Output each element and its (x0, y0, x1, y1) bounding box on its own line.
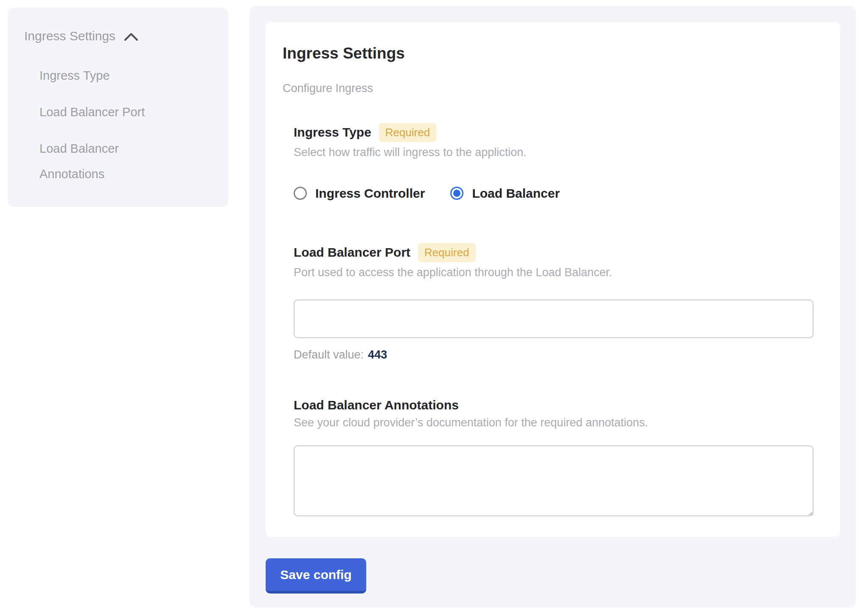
ingress-settings-panel: Ingress Settings Configure Ingress Ingre… (250, 6, 856, 608)
sidebar-item-list: Ingress Type Load Balancer Port Load Bal… (39, 63, 216, 187)
page-subtitle: Configure Ingress (283, 82, 814, 95)
load-balancer-annotations-description: See your cloud provider’s documentation … (294, 416, 814, 429)
default-value: 443 (368, 348, 387, 361)
required-badge: Required (418, 243, 476, 262)
load-balancer-port-input[interactable] (294, 300, 814, 338)
ingress-settings-card: Ingress Settings Configure Ingress Ingre… (266, 22, 840, 537)
settings-sidebar: Ingress Settings Ingress Type Load Balan… (8, 8, 228, 207)
load-balancer-port-description: Port used to access the application thro… (294, 266, 814, 279)
ingress-type-label: Ingress Type (294, 125, 371, 140)
sidebar-item-load-balancer-port[interactable]: Load Balancer Port (39, 99, 180, 125)
radio-label[interactable]: Load Balancer (472, 186, 560, 201)
section-load-balancer-port: Load Balancer Port Required Port used to… (294, 243, 814, 361)
ingress-form: Ingress Type Required Select how traffic… (294, 123, 814, 516)
load-balancer-port-label: Load Balancer Port (294, 245, 410, 260)
page-title: Ingress Settings (283, 45, 814, 62)
sidebar-section-ingress-settings[interactable]: Ingress Settings (24, 29, 216, 43)
save-config-button[interactable]: Save config (266, 558, 366, 594)
ingress-type-radio-group: Ingress Controller Load Balancer (294, 186, 814, 201)
chevron-up-icon[interactable] (124, 31, 138, 42)
section-ingress-type: Ingress Type Required Select how traffic… (294, 123, 814, 201)
section-load-balancer-annotations: Load Balancer Annotations See your cloud… (294, 398, 814, 516)
sidebar-item-ingress-type[interactable]: Ingress Type (39, 63, 180, 88)
default-value-line: Default value:443 (294, 348, 814, 361)
radio-option-ingress-controller[interactable]: Ingress Controller (294, 186, 425, 201)
required-badge: Required (379, 123, 437, 142)
load-balancer-annotations-label: Load Balancer Annotations (294, 398, 459, 412)
default-value-label: Default value: (294, 348, 364, 361)
radio-option-load-balancer[interactable]: Load Balancer (450, 186, 560, 201)
sidebar-section-label: Ingress Settings (24, 29, 115, 43)
sidebar-item-load-balancer-annotations[interactable]: Load Balancer Annotations (39, 136, 180, 187)
load-balancer-annotations-textarea[interactable] (294, 445, 814, 516)
radio-label[interactable]: Ingress Controller (315, 186, 425, 201)
ingress-type-description: Select how traffic will ingress to the a… (294, 146, 814, 159)
radio-icon[interactable] (294, 187, 307, 200)
radio-icon[interactable] (450, 187, 463, 200)
